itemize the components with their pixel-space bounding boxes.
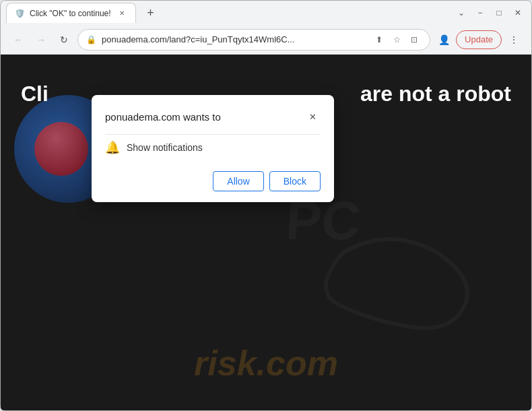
bell-icon: 🔔 — [105, 140, 120, 155]
close-button[interactable]: ✕ — [510, 5, 526, 21]
page-content: Cli are not a robot PC risk.com ponuadem… — [1, 55, 531, 410]
browser-window: 🛡️ Click "OK" to continue! ✕ + ⌄ − □ ✕ ←… — [0, 0, 532, 411]
share-icon[interactable]: ⬆ — [372, 32, 387, 47]
title-bar: 🛡️ Click "OK" to continue! ✕ + ⌄ − □ ✕ — [1, 1, 531, 25]
address-actions: ⬆ ☆ ⊡ — [372, 32, 422, 47]
page-heading-left: Cli — [21, 82, 48, 106]
forward-button[interactable]: → — [32, 30, 51, 49]
browser-actions: 👤 Update ⋮ — [434, 30, 523, 49]
back-button[interactable]: ← — [9, 30, 28, 49]
address-bar[interactable]: 🔒 ponuadema.com/land?c=iu_PunTqytx14Wml6… — [77, 29, 430, 51]
allow-button[interactable]: Allow — [213, 171, 263, 191]
circle-inner-decoration — [34, 122, 88, 176]
bookmark-icon[interactable]: ☆ — [389, 32, 404, 47]
browser-tab[interactable]: 🛡️ Click "OK" to continue! ✕ — [6, 3, 136, 23]
dialog-title: ponuadema.com wants to — [105, 111, 221, 123]
tab-close-button[interactable]: ✕ — [117, 8, 127, 19]
pc-watermark: PC — [289, 185, 491, 336]
dialog-buttons: Allow Block — [105, 171, 321, 191]
profile-icon[interactable]: 👤 — [434, 30, 453, 49]
update-button[interactable]: Update — [456, 30, 502, 49]
tab-title: Click "OK" to continue! — [30, 9, 111, 18]
permission-dialog: ponuadema.com wants to ✕ 🔔 Show notifica… — [92, 95, 334, 202]
dialog-close-button[interactable]: ✕ — [304, 108, 321, 125]
menu-icon[interactable]: ⋮ — [504, 30, 523, 49]
reader-mode-icon[interactable]: ⊡ — [407, 32, 422, 47]
minimize-button[interactable]: − — [472, 5, 488, 21]
tab-favicon: 🛡️ — [15, 9, 24, 18]
reload-button[interactable]: ↻ — [55, 30, 73, 49]
window-controls: ⌄ − □ ✕ — [453, 5, 526, 21]
dialog-header: ponuadema.com wants to ✕ — [105, 108, 321, 125]
nav-bar: ← → ↻ 🔒 ponuadema.com/land?c=iu_PunTqytx… — [1, 25, 531, 55]
lock-icon: 🔒 — [86, 35, 96, 44]
maximize-button[interactable]: □ — [491, 5, 507, 21]
chevron-down-icon[interactable]: ⌄ — [453, 5, 469, 21]
dialog-notification-row: 🔔 Show notifications — [105, 134, 321, 160]
new-tab-button[interactable]: + — [141, 3, 160, 22]
page-heading-right: are not a robot — [360, 82, 511, 106]
notification-text: Show notifications — [127, 142, 203, 153]
watermark-text: risk.com — [194, 343, 338, 383]
block-button[interactable]: Block — [269, 171, 321, 191]
url-text: ponuadema.com/land?c=iu_PunTqytx14Wml6C.… — [102, 34, 366, 44]
